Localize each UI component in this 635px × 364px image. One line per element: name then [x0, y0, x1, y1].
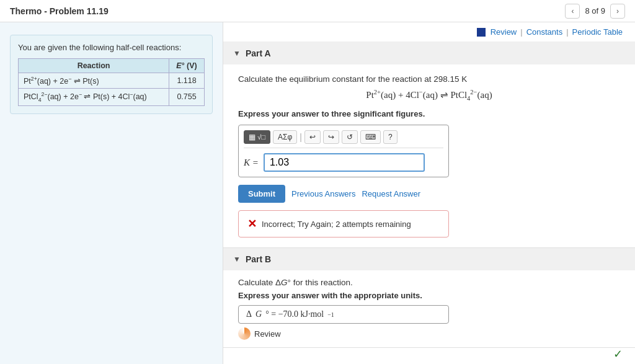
spinner-icon: [238, 327, 251, 340]
info-box: You are given the following half-cell re…: [10, 35, 213, 114]
review-icon: [477, 28, 486, 37]
request-answer-link[interactable]: Request Answer: [362, 189, 420, 198]
part-b-question: Calculate ΔG° for this reaction.: [238, 278, 620, 287]
reaction-1: Pt2+(aq) + 2e− ⇌ Pt(s): [19, 73, 169, 89]
col-emf: E° (V): [169, 59, 205, 73]
help-button[interactable]: ?: [383, 130, 397, 144]
k-label: K =: [244, 158, 259, 168]
part-a-question: Calculate the equilibrium constant for t…: [238, 74, 620, 84]
error-box: ✕ Incorrect; Try Again; 2 attempts remai…: [238, 210, 449, 237]
part-b-label: Part B: [246, 254, 271, 264]
undo-button[interactable]: ↩: [304, 130, 321, 144]
col-reaction: Reaction: [19, 59, 169, 73]
checkmark-icon: ✓: [613, 347, 623, 361]
part-b-section: ▼ Part B Calculate ΔG° for this reaction…: [223, 248, 635, 348]
next-button[interactable]: ›: [610, 4, 625, 19]
submit-row: Submit Previous Answers Request Answer: [238, 185, 620, 203]
matrix-button[interactable]: ▦ √□: [244, 130, 270, 144]
part-b-input-box: ΔG° = −70.0 kJ·mol−1: [238, 305, 449, 324]
constants-link[interactable]: Constants: [526, 27, 563, 37]
part-b-header[interactable]: ▼ Part B: [223, 248, 635, 270]
table-row: Pt2+(aq) + 2e− ⇌ Pt(s) 1.118: [19, 73, 205, 89]
prev-button[interactable]: ‹: [565, 4, 580, 19]
periodic-table-link[interactable]: Periodic Table: [572, 27, 623, 37]
reaction-table: Reaction E° (V) Pt2+(aq) + 2e− ⇌ Pt(s) 1…: [18, 58, 205, 106]
part-a-arrow: ▼: [233, 49, 241, 58]
part-a-instruction: Express your answer to three significant…: [238, 109, 620, 118]
review-link[interactable]: Review: [491, 27, 517, 37]
input-row: K =: [244, 153, 443, 172]
review-label: Review: [254, 329, 281, 339]
reaction-2: PtCl42−(aq) + 2e− ⇌ Pt(s) + 4Cl−(aq): [19, 89, 169, 106]
left-description: You are given the following half-cell re…: [18, 43, 205, 52]
keyboard-button[interactable]: ⌨: [360, 130, 381, 144]
part-b-equation: ΔG° = −70.0 kJ·mol−1: [246, 309, 334, 319]
k-input[interactable]: [264, 153, 425, 172]
error-icon: ✕: [247, 217, 257, 231]
left-panel: You are given the following half-cell re…: [0, 22, 223, 364]
part-a-content: Calculate the equilibrium constant for t…: [223, 64, 635, 247]
part-b-content: Calculate ΔG° for this reaction. Express…: [223, 270, 635, 347]
reset-button[interactable]: ↺: [342, 130, 358, 144]
submit-button[interactable]: Submit: [238, 185, 285, 203]
table-row: PtCl42−(aq) + 2e− ⇌ Pt(s) + 4Cl−(aq) 0.7…: [19, 89, 205, 106]
right-panel: Review | Constants | Periodic Table ▼ Pa…: [223, 22, 635, 364]
input-toolbar-box: ▦ √□ ΑΣφ | ↩ ↪ ↺ ⌨ ? K =: [238, 125, 449, 177]
nav-controls: ‹ 8 of 9 ›: [565, 4, 625, 19]
redo-button[interactable]: ↪: [323, 130, 339, 144]
part-a-label: Part A: [246, 48, 271, 58]
toolbar-row: ▦ √□ ΑΣφ | ↩ ↪ ↺ ⌨ ?: [244, 130, 443, 148]
error-message: Incorrect; Try Again; 2 attempts remaini…: [262, 220, 411, 229]
func-button[interactable]: ΑΣφ: [273, 130, 297, 144]
part-a-section: ▼ Part A Calculate the equilibrium const…: [223, 42, 635, 248]
value-2: 0.755: [169, 89, 205, 106]
page-title: Thermo - Problem 11.19: [10, 6, 109, 16]
part-a-header[interactable]: ▼ Part A: [223, 42, 635, 64]
part-b-bottom: Review: [238, 327, 620, 340]
top-links-bar: Review | Constants | Periodic Table: [223, 22, 635, 42]
part-b-arrow: ▼: [233, 255, 241, 264]
page-count: 8 of 9: [585, 6, 605, 16]
value-1: 1.118: [169, 73, 205, 89]
part-b-instruction: Express your answer with the appropriate…: [238, 291, 620, 300]
part-a-equation: Pt2+(aq) + 4Cl−(aq) ⇌ PtCl42−(aq): [238, 89, 620, 102]
previous-answers-link[interactable]: Previous Answers: [291, 189, 355, 198]
